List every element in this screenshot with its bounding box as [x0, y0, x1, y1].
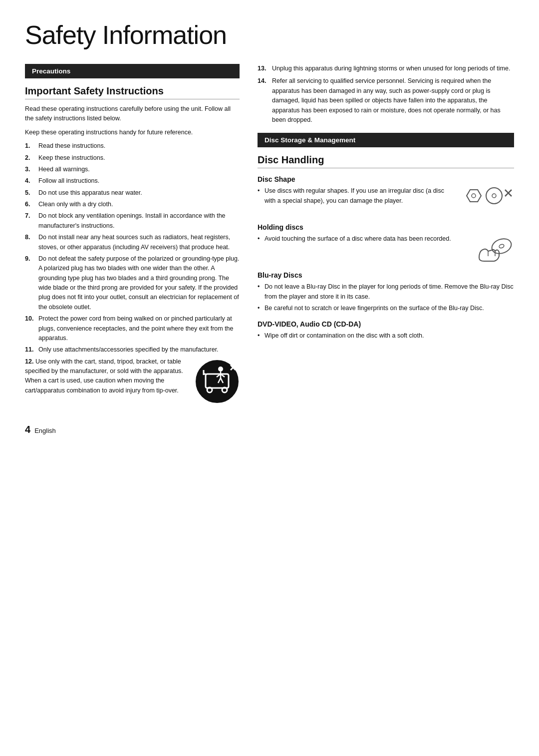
svg-point-21 [499, 244, 505, 249]
intro-text-2: Keep these operating instructions handy … [25, 128, 240, 137]
disc-shapes-icon [459, 187, 514, 216]
svg-point-16 [486, 188, 502, 204]
holding-discs-list: Avoid touching the surface of a disc whe… [258, 234, 469, 246]
dvd-item-1: Wipe off dirt or contamination on the di… [258, 331, 514, 341]
disc-shape-title: Disc Shape [258, 175, 514, 183]
page-number: 4 [25, 424, 30, 435]
blu-ray-item-2: Be careful not to scratch or leave finge… [258, 304, 514, 313]
list-item: 2. Keep these instructions. [25, 153, 240, 163]
blu-ray-item-1: Do not leave a Blu-ray Disc in the playe… [258, 282, 514, 302]
svg-point-15 [472, 194, 476, 198]
list-item: 13. Unplug this apparatus during lightni… [258, 64, 514, 73]
disc-handling-section: Disc Handling Disc Shape Use discs with … [258, 154, 514, 341]
right-safety-list: 13. Unplug this apparatus during lightni… [258, 64, 514, 125]
page-footer: 4 English [25, 424, 514, 435]
page-title: Safety Information [25, 20, 514, 50]
list-item: 8. Do not install near any heat sources … [25, 233, 240, 252]
right-column: 13. Unplug this apparatus during lightni… [258, 64, 514, 409]
disc-shape-list: Use discs with regular shapes. If you us… [258, 186, 454, 208]
list-item: 10. Protect the power cord from being wa… [25, 314, 240, 343]
important-safety-title: Important Safety Instructions [25, 85, 240, 99]
dvd-list: Wipe off dirt or contamination on the di… [258, 331, 514, 341]
list-item: 3. Heed all warnings. [25, 165, 240, 174]
list-item: 7. Do not block any ventilation openings… [25, 211, 240, 231]
dvd-title: DVD-VIDEO, Audio CD (CD-DA) [258, 320, 514, 328]
svg-marker-14 [467, 190, 481, 202]
svg-point-6 [218, 367, 223, 372]
page-language: English [34, 427, 56, 434]
list-item: 4. Follow all instructions. [25, 176, 240, 186]
cart-warning-icon [195, 359, 240, 407]
holding-discs-icon [474, 235, 514, 264]
disc-shape-wrap: Use discs with regular shapes. If you us… [258, 186, 514, 216]
svg-point-20 [490, 236, 513, 256]
safety-instructions-list: 1. Read these instructions. 2. Keep thes… [25, 141, 240, 407]
list-item: 11. Only use attachments/accessories spe… [25, 345, 240, 355]
holding-discs-wrap: Avoid touching the surface of a disc whe… [258, 234, 514, 264]
disc-shape-item: Use discs with regular shapes. If you us… [258, 186, 454, 206]
holding-discs-title: Holding discs [258, 223, 514, 231]
precautions-header: Precautions [25, 64, 240, 78]
svg-point-17 [492, 194, 496, 198]
list-item: 6. Clean only with a dry cloth. [25, 200, 240, 209]
intro-text-1: Read these operating instructions carefu… [25, 104, 240, 124]
disc-storage-header: Disc Storage & Management [258, 133, 514, 147]
left-column: Precautions Important Safety Instruction… [25, 64, 240, 409]
holding-discs-item: Avoid touching the surface of a disc whe… [258, 234, 469, 244]
list-item-12: 12. Use only with the cart, stand, tripo… [25, 357, 240, 407]
disc-handling-title: Disc Handling [258, 154, 514, 168]
list-item: 14. Refer all servicing to qualified ser… [258, 76, 514, 125]
list-item: 9. Do not defeat the safety purpose of t… [25, 254, 240, 312]
list-item: 1. Read these instructions. [25, 141, 240, 151]
list-item: 5. Do not use this apparatus near water. [25, 188, 240, 198]
blu-ray-title: Blu-ray Discs [258, 271, 514, 279]
blu-ray-list: Do not leave a Blu-ray Disc in the playe… [258, 282, 514, 313]
